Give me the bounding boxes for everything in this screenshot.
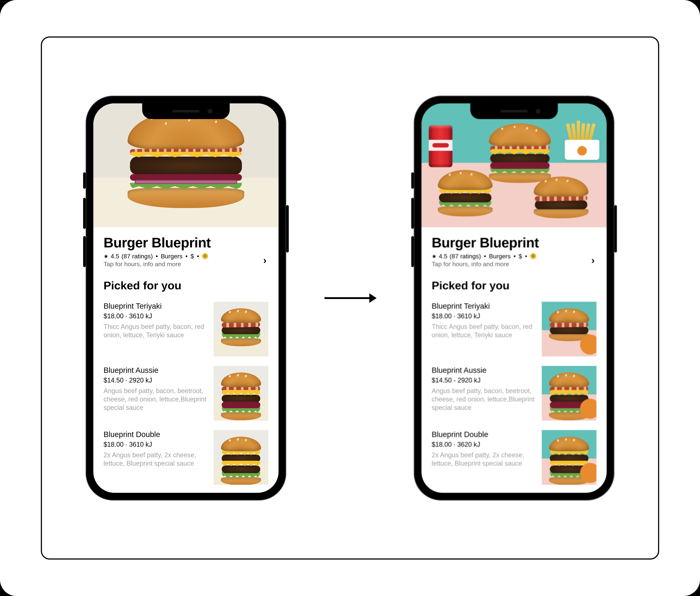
menu-item-name: Blueprint Double [432, 430, 536, 439]
restaurant-hero-image[interactable] [422, 103, 607, 227]
burger-illustration [534, 176, 589, 218]
award-badge-icon: ✪ [530, 253, 536, 259]
phone-mockup-before: Burger Blueprint ★ 4.5 (87 ratings) Burg… [86, 96, 286, 500]
menu-item-description: 2x Angus beef patty, 2x cheese, lettuce,… [432, 451, 536, 468]
menu-item[interactable]: Blueprint Teriyaki $18.00 · 3610 kJ Thic… [432, 297, 597, 361]
chevron-right-icon[interactable]: › [590, 253, 597, 268]
arrow-right-icon [324, 297, 376, 299]
restaurant-info-row[interactable]: ★ 4.5 (87 ratings) Burgers $ ✪ Tap for h… [432, 253, 597, 268]
restaurant-title: Burger Blueprint [103, 234, 268, 250]
menu-item[interactable]: Blueprint Aussie $14.50 - 2920 kJ Angus … [432, 361, 597, 425]
menu-item[interactable]: Blueprint Double $18.00 · 3610 kJ 2x Ang… [103, 425, 268, 490]
rating-count: (87 ratings) [450, 253, 481, 260]
menu-item-price: $14.50 - 2920 kJ [432, 376, 536, 384]
hours-info-hint: Tap for hours, info and more [432, 260, 536, 268]
menu-item[interactable]: Blueprint Aussie $14.50 · 2920 kJ Angus … [103, 361, 268, 425]
burger-illustration [489, 123, 551, 183]
restaurant-category: Burgers [161, 253, 182, 260]
menu-item-name: Blueprint Teriyaki [103, 302, 208, 311]
price-tier: $ [519, 253, 522, 260]
section-heading: Picked for you [103, 279, 268, 292]
rating-value: 4.5 [111, 253, 119, 260]
screen-before[interactable]: Burger Blueprint ★ 4.5 (87 ratings) Burg… [93, 103, 278, 493]
menu-item[interactable]: Blueprint Double $18.00 · 3620 kJ 2x Ang… [432, 425, 597, 490]
chevron-right-icon[interactable]: › [261, 253, 268, 268]
burger-illustration [438, 170, 493, 217]
restaurant-hero-image[interactable] [93, 103, 278, 227]
menu-item-description: Thicc Angus beef patty, bacon, red onion… [432, 323, 536, 339]
rating-value: 4.5 [439, 253, 447, 260]
menu-item-description: Angus beef patty, bacon, beetroot, chees… [103, 387, 208, 412]
screen-after[interactable]: Burger Blueprint ★ 4.5 (87 ratings) Burg… [422, 103, 607, 493]
rating-count: (87 ratings) [121, 253, 153, 260]
star-icon: ★ [432, 253, 436, 259]
menu-item-image [542, 366, 597, 421]
menu-item-price: $18.00 · 3610 kJ [103, 312, 208, 320]
award-badge-icon: ✪ [202, 253, 208, 259]
price-tier: $ [191, 253, 194, 260]
menu-item-name: Blueprint Aussie [103, 366, 208, 375]
menu-item-description: Angus beef patty, bacon, beetroot, chees… [432, 387, 536, 412]
menu-item-price: $14.50 · 2920 kJ [103, 376, 208, 384]
phone-notch [142, 103, 230, 119]
menu-item-description: Thicc Angus beef patty, bacon, red onion… [103, 323, 208, 339]
menu-item-name: Blueprint Aussie [432, 366, 536, 375]
menu-item-image [214, 366, 268, 421]
coke-can-illustration [429, 125, 452, 167]
section-heading: Picked for you [432, 279, 597, 292]
menu-item-price: $18.00 · 3620 kJ [432, 441, 536, 448]
menu-item-image [214, 302, 268, 356]
burger-illustration [128, 111, 244, 208]
menu-item-price: $18.00 · 3610 kJ [432, 312, 536, 320]
fries-illustration [565, 125, 599, 160]
comparison-frame: Burger Blueprint ★ 4.5 (87 ratings) Burg… [41, 36, 659, 560]
star-icon: ★ [103, 253, 108, 259]
menu-item-price: $18.00 · 3610 kJ [103, 441, 208, 448]
menu-item-image [214, 430, 268, 485]
menu-item-image [542, 302, 597, 356]
menu-item-name: Blueprint Double [103, 430, 208, 439]
menu-item-image [542, 430, 597, 485]
restaurant-info-row[interactable]: ★ 4.5 (87 ratings) Burgers $ ✪ Tap for h… [103, 253, 268, 268]
menu-item-name: Blueprint Teriyaki [432, 302, 536, 311]
restaurant-category: Burgers [489, 253, 510, 260]
phone-mockup-after: Burger Blueprint ★ 4.5 (87 ratings) Burg… [414, 96, 614, 500]
menu-item-description: 2x Angus beef patty, 2x cheese, lettuce,… [103, 451, 208, 468]
phone-notch [470, 103, 558, 119]
menu-item[interactable]: Blueprint Teriyaki $18.00 · 3610 kJ Thic… [103, 297, 268, 361]
restaurant-title: Burger Blueprint [432, 234, 597, 250]
hours-info-hint: Tap for hours, info and more [103, 260, 208, 268]
